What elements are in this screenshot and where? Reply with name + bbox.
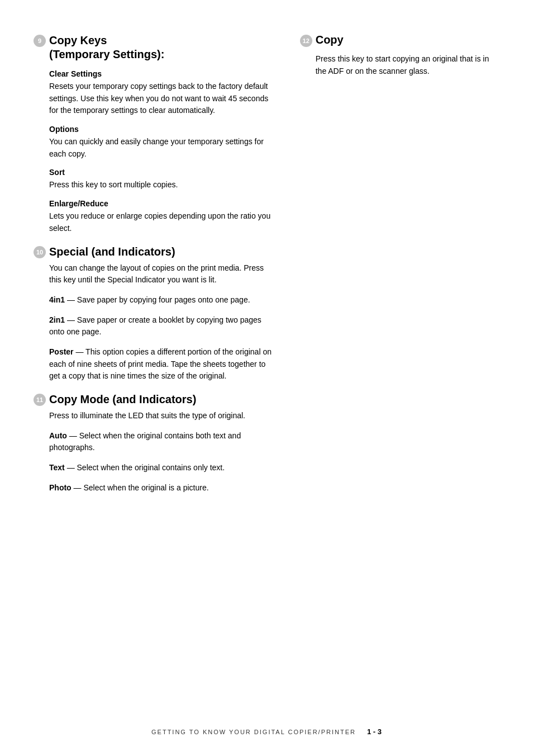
dash-4in1: — [65,295,77,304]
subsection-options: Options You can quickly and easily chang… [49,125,278,160]
section-10-intro-wrap: You can change the layout of copies on t… [49,262,278,286]
section-12-title: Copy [316,34,344,46]
subsection-enlarge-body: Lets you reduce or enlarge copies depend… [49,210,278,234]
section-10-num: 10 [34,246,46,258]
section-9-num: 9 [34,35,46,47]
section-9-title: Copy Keys (Temporary Settings): [49,34,164,62]
section-11-intro-wrap: Press to illuminate the LED that suits t… [49,410,278,422]
section-12-header: 12 Copy [300,34,499,47]
dash-auto: — [67,431,79,440]
subsection-sort-title: Sort [49,168,278,177]
desc-2in1: Save paper or create a booklet by copyin… [49,315,261,337]
footer-label: GETTING TO KNOW YOUR DIGITAL COPIER/PRIN… [151,729,356,735]
section-12-num: 12 [300,35,312,47]
subsection-options-body: You can quickly and easily change your t… [49,136,278,160]
section-11-header: 11 Copy Mode (and Indicators) [34,393,278,407]
page: 9 Copy Keys (Temporary Settings): Clear … [0,0,533,756]
item-2in1: 2in1 — Save paper or create a booklet by… [49,314,278,338]
subsection-enlarge-title: Enlarge/Reduce [49,199,278,208]
term-4in1: 4in1 [49,295,65,304]
footer-page: 1 - 3 [367,727,382,736]
section-12: 12 Copy Press this key to start copying … [300,34,499,78]
two-column-layout: 9 Copy Keys (Temporary Settings): Clear … [34,34,499,504]
section-10-intro: You can change the layout of copies on t… [49,262,278,286]
desc-4in1: Save paper by copying four pages onto on… [77,295,250,304]
item-photo: Photo — Select when the original is a pi… [49,482,278,494]
subsection-clear-settings: Clear Settings Resets your temporary cop… [49,69,278,117]
dash-2in1: — [65,315,77,324]
dash-text: — [65,463,77,472]
section-9: 9 Copy Keys (Temporary Settings): Clear … [34,34,278,235]
term-2in1: 2in1 [49,315,65,324]
subsection-enlarge: Enlarge/Reduce Lets you reduce or enlarg… [49,199,278,234]
term-auto: Auto [49,431,67,440]
item-poster: Poster — This option copies a different … [49,346,278,382]
section-10-title: Special (and Indicators) [49,245,175,259]
subsection-sort: Sort Press this key to sort multiple cop… [49,168,278,191]
subsection-clear-body: Resets your temporary copy settings back… [49,81,278,117]
left-column: 9 Copy Keys (Temporary Settings): Clear … [34,34,278,504]
term-photo: Photo [49,483,72,492]
section-12-body: Press this key to start copying an origi… [316,53,499,78]
subsection-sort-body: Press this key to sort multiple copies. [49,179,278,191]
desc-text: Select when the original contains only t… [77,463,225,472]
dash-poster: — [74,347,86,356]
section-11-intro: Press to illuminate the LED that suits t… [49,410,278,422]
section-11-num: 11 [34,394,46,406]
term-text: Text [49,463,65,472]
section-10-header: 10 Special (and Indicators) [34,245,278,259]
item-4in1: 4in1 — Save paper by copying four pages … [49,294,278,306]
dash-photo: — [72,483,84,492]
desc-photo: Select when the original is a picture. [83,483,208,492]
item-text: Text — Select when the original contains… [49,462,278,474]
section-10: 10 Special (and Indicators) You can chan… [34,245,278,383]
item-auto: Auto — Select when the original contains… [49,430,278,454]
section-9-header: 9 Copy Keys (Temporary Settings): [34,34,278,62]
section-11-title: Copy Mode (and Indicators) [49,393,196,407]
footer: GETTING TO KNOW YOUR DIGITAL COPIER/PRIN… [0,727,533,736]
subsection-clear-title: Clear Settings [49,69,278,78]
section-11: 11 Copy Mode (and Indicators) Press to i… [34,393,278,494]
term-poster: Poster [49,347,74,356]
right-column: 12 Copy Press this key to start copying … [300,34,499,504]
subsection-options-title: Options [49,125,278,134]
